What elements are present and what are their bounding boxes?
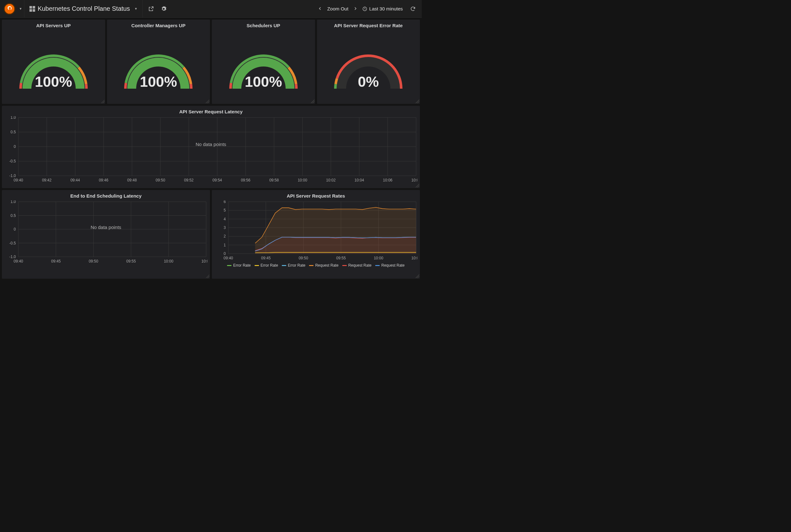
svg-text:10:04: 10:04 xyxy=(355,178,364,183)
svg-text:09:46: 09:46 xyxy=(99,178,108,183)
settings-button[interactable] xyxy=(157,2,170,15)
gauge-panel[interactable]: Controller Managers UP 100% xyxy=(107,20,210,104)
gauge-panel[interactable]: Schedulers UP 100% xyxy=(212,20,315,104)
resize-handle[interactable] xyxy=(416,99,419,103)
chevron-right-icon xyxy=(353,7,357,11)
rates-legend: Error RateError RateError RateRequest Ra… xyxy=(212,262,420,270)
share-button[interactable] xyxy=(145,2,157,15)
svg-text:09:55: 09:55 xyxy=(336,256,346,260)
resize-handle[interactable] xyxy=(416,274,419,278)
toolbar-divider xyxy=(142,0,143,17)
legend-label: Error Rate xyxy=(288,263,305,268)
legend-item[interactable]: Request Rate xyxy=(342,263,371,268)
svg-text:09:45: 09:45 xyxy=(51,259,61,264)
svg-text:3: 3 xyxy=(224,226,226,230)
svg-text:10:02: 10:02 xyxy=(326,178,336,183)
svg-text:0.5: 0.5 xyxy=(11,213,16,218)
legend-swatch xyxy=(255,265,259,266)
no-data-label: No data points xyxy=(4,141,417,147)
svg-text:09:50: 09:50 xyxy=(156,178,165,183)
svg-text:09:42: 09:42 xyxy=(42,178,52,183)
legend-item[interactable]: Request Rate xyxy=(309,263,338,268)
resize-handle[interactable] xyxy=(311,99,314,103)
no-data-label: No data points xyxy=(4,225,207,230)
panel-title: API Server Request Latency xyxy=(2,106,420,116)
svg-text:09:44: 09:44 xyxy=(70,178,80,183)
svg-text:0.5: 0.5 xyxy=(11,130,16,134)
resize-handle[interactable] xyxy=(101,99,104,103)
gauge-value: 100% xyxy=(107,73,210,90)
svg-text:1.0: 1.0 xyxy=(11,116,16,120)
legend-item[interactable]: Error Rate xyxy=(255,263,278,268)
panel-title: API Server Request Error Rate xyxy=(317,20,420,30)
svg-text:09:50: 09:50 xyxy=(89,259,98,264)
gauge-panel[interactable]: API Servers UP 100% xyxy=(2,20,105,104)
svg-text:10:05: 10:05 xyxy=(201,259,207,264)
legend-item[interactable]: Request Rate xyxy=(375,263,404,268)
svg-text:10:06: 10:06 xyxy=(383,178,392,183)
chevron-left-icon xyxy=(318,7,322,11)
logo-dropdown-caret-icon[interactable]: ▼ xyxy=(19,7,22,11)
rates-chart: 654321009:4009:4509:5009:5510:0010:05 xyxy=(214,201,417,261)
svg-text:-1.0: -1.0 xyxy=(9,254,16,259)
svg-text:1.0: 1.0 xyxy=(11,201,16,204)
panel-request-rates[interactable]: API Server Request Rates 654321009:4009:… xyxy=(212,190,420,279)
svg-text:09:40: 09:40 xyxy=(224,256,233,260)
refresh-icon xyxy=(410,6,416,12)
svg-text:4: 4 xyxy=(224,217,226,221)
svg-text:1: 1 xyxy=(224,243,226,247)
share-icon xyxy=(148,6,154,12)
grafana-logo-icon[interactable] xyxy=(4,3,15,15)
panel-api-latency[interactable]: API Server Request Latency 1.00.50-0.5-1… xyxy=(2,106,420,188)
svg-text:10:00: 10:00 xyxy=(374,256,383,260)
dashboard-picker[interactable]: Kubernetes Control Plane Status ▼ xyxy=(26,0,140,17)
logo-section[interactable]: ▼ xyxy=(2,0,22,17)
legend-swatch xyxy=(309,265,313,266)
resize-handle[interactable] xyxy=(416,184,419,188)
clock-icon xyxy=(362,6,367,12)
legend-label: Request Rate xyxy=(381,263,404,268)
panel-scheduling-latency[interactable]: End to End Scheduling Latency 1.00.50-0.… xyxy=(2,190,210,279)
legend-swatch xyxy=(375,265,380,266)
dashboard-dropdown-caret-icon: ▼ xyxy=(134,7,137,11)
legend-item[interactable]: Error Rate xyxy=(227,263,250,268)
panel-title: End to End Scheduling Latency xyxy=(2,190,210,201)
legend-label: Request Rate xyxy=(348,263,371,268)
svg-text:09:40: 09:40 xyxy=(14,178,23,183)
svg-text:-0.5: -0.5 xyxy=(9,159,16,164)
svg-text:0: 0 xyxy=(224,251,226,256)
svg-text:10:08: 10:08 xyxy=(411,178,417,183)
refresh-button[interactable] xyxy=(407,2,419,15)
legend-swatch xyxy=(227,265,231,266)
legend-swatch xyxy=(282,265,286,266)
svg-text:5: 5 xyxy=(224,208,226,212)
svg-text:6: 6 xyxy=(224,201,226,204)
gauge-panel[interactable]: API Server Request Error Rate 0% xyxy=(317,20,420,104)
dashboard-title: Kubernetes Control Plane Status xyxy=(38,5,130,12)
svg-text:10:05: 10:05 xyxy=(411,256,417,260)
legend-label: Request Rate xyxy=(315,263,338,268)
svg-text:09:45: 09:45 xyxy=(261,256,271,260)
legend-item[interactable]: Error Rate xyxy=(282,263,305,268)
zoom-out-button[interactable]: Zoom Out xyxy=(327,6,348,12)
resize-handle[interactable] xyxy=(206,99,209,103)
resize-handle[interactable] xyxy=(206,274,209,278)
legend-label: Error Rate xyxy=(233,263,250,268)
svg-text:10:00: 10:00 xyxy=(298,178,307,183)
time-range-label: Last 30 minutes xyxy=(369,6,403,12)
svg-text:2: 2 xyxy=(224,234,226,239)
time-back-button[interactable] xyxy=(317,5,323,13)
panel-title: API Server Request Rates xyxy=(212,190,420,201)
panel-title: API Servers UP xyxy=(2,20,105,30)
panel-title: Schedulers UP xyxy=(212,20,315,30)
svg-text:09:54: 09:54 xyxy=(212,178,222,183)
time-forward-button[interactable] xyxy=(352,5,359,13)
legend-label: Error Rate xyxy=(261,263,278,268)
svg-text:09:40: 09:40 xyxy=(14,259,23,264)
time-range-picker[interactable]: Last 30 minutes xyxy=(362,6,403,12)
svg-text:09:48: 09:48 xyxy=(127,178,137,183)
svg-text:09:56: 09:56 xyxy=(241,178,250,183)
svg-text:09:52: 09:52 xyxy=(184,178,193,183)
panel-title: Controller Managers UP xyxy=(107,20,210,30)
gauge-value: 100% xyxy=(2,73,105,90)
